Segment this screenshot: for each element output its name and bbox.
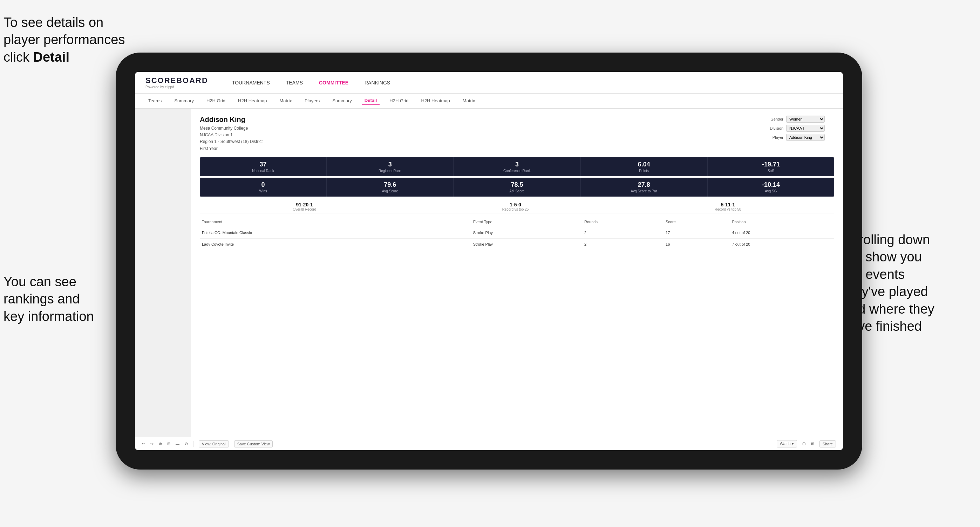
toolbar-icon6[interactable]: ⊞ (811, 441, 814, 446)
subnav-matrix[interactable]: Matrix (277, 97, 294, 105)
stat-national-rank: 37 National Rank (200, 157, 327, 176)
player-name: Addison King (200, 116, 262, 124)
toolbar-icon1[interactable]: ⊕ (159, 441, 162, 446)
nav-item-tournaments[interactable]: TOURNAMENTS (229, 78, 273, 87)
nav-items: TOURNAMENTS TEAMS COMMITTEE RANKINGS (229, 78, 393, 87)
watch-button[interactable]: Watch ▾ (777, 440, 797, 448)
stat-value-sos: -19.71 (710, 161, 832, 168)
score-2: 16 (663, 238, 730, 250)
player-year: First Year (200, 145, 262, 152)
position-2: 7 out of 20 (730, 238, 834, 250)
subnav-summary2[interactable]: Summary (329, 97, 355, 105)
annotation-right: Scrolling down will show you the events … (843, 231, 977, 335)
top-nav: SCOREBOARD Powered by clippd TOURNAMENTS… (135, 72, 843, 94)
toolbar-icon5[interactable]: ⬡ (802, 441, 806, 446)
logo-sub: Powered by clippd (145, 85, 208, 89)
center-panel: Addison King Mesa Community College NJCA… (191, 109, 843, 437)
gender-label: Gender (764, 117, 783, 121)
main-content: Addison King Mesa Community College NJCA… (135, 109, 843, 437)
tablet: SCOREBOARD Powered by clippd TOURNAMENTS… (116, 52, 862, 470)
record-top50-value: 5-11-1 (715, 202, 741, 208)
toolbar-undo[interactable]: ↩ (142, 441, 145, 446)
stat-avg-score-par: 27.8 Avg Score to Par (581, 178, 708, 197)
table-header-row: Tournament Event Type Rounds Score Posit… (200, 217, 834, 227)
subnav-matrix2[interactable]: Matrix (460, 97, 478, 105)
subnav-detail[interactable]: Detail (362, 96, 380, 105)
stat-label-sos: SoS (710, 169, 832, 173)
stat-value-regional: 3 (328, 161, 452, 168)
division-select[interactable]: NJCAA I (786, 125, 825, 132)
logo-text: SCOREBOARD (145, 76, 208, 85)
nav-item-rankings[interactable]: RANKINGS (362, 78, 393, 87)
stat-label-regional: Regional Rank (328, 169, 452, 173)
player-header: Addison King Mesa Community College NJCA… (200, 116, 834, 152)
nav-item-committee[interactable]: COMMITTEE (316, 78, 351, 87)
annotation-bottom-left: You can see rankings and key information (3, 273, 126, 325)
record-top50-label: Record vs top 50 (715, 208, 741, 211)
rounds-2: 2 (582, 238, 663, 250)
annotation-top-left: To see details on player performances cl… (3, 14, 133, 66)
toolbar-sep (193, 441, 194, 447)
app-content: SCOREBOARD Powered by clippd TOURNAMENTS… (135, 72, 843, 450)
record-top25-label: Record vs top 25 (502, 208, 529, 211)
stat-sos: -19.71 SoS (708, 157, 834, 176)
toolbar-icon3[interactable]: — (176, 442, 180, 446)
subnav-h2h-grid2[interactable]: H2H Grid (387, 97, 411, 105)
stat-value-conference: 3 (455, 161, 578, 168)
stat-regional-rank: 3 Regional Rank (327, 157, 453, 176)
save-custom-view-button[interactable]: Save Custom View (234, 440, 273, 448)
th-position: Position (730, 217, 834, 227)
stat-adj-score: 78.5 Adj Score (453, 178, 581, 197)
rounds-1: 2 (582, 227, 663, 238)
subnav-h2h-grid[interactable]: H2H Grid (204, 97, 228, 105)
subnav-summary[interactable]: Summary (172, 97, 197, 105)
record-top50: 5-11-1 Record vs top 50 (715, 202, 741, 211)
stat-avg-score: 79.6 Avg Score (327, 178, 453, 197)
table-row[interactable]: Estella CC- Mountain Classic Stroke Play… (200, 227, 834, 238)
subnav-h2h-heatmap2[interactable]: H2H Heatmap (418, 97, 452, 105)
stat-wins: 0 Wins (200, 178, 327, 197)
stat-avg-sg: -10.14 Avg SG (708, 178, 834, 197)
player-controls: Gender Women Division NJCAA I (764, 116, 834, 141)
nav-item-teams[interactable]: TEAMS (283, 78, 305, 87)
th-empty (452, 217, 471, 227)
record-overall-value: 91-20-1 (293, 202, 316, 208)
left-sidebar (135, 109, 191, 437)
division-label: Division (764, 126, 783, 130)
gender-select[interactable]: Women (786, 116, 825, 123)
stat-value-avg-score-par: 27.8 (582, 181, 706, 189)
division-control: Division NJCAA I (764, 125, 834, 132)
toolbar-icon4[interactable]: ⊙ (185, 441, 188, 446)
tournament-table: Tournament Event Type Rounds Score Posit… (200, 217, 834, 250)
view-original-button[interactable]: View: Original (199, 440, 229, 448)
toolbar-redo[interactable]: ↪ (150, 441, 154, 446)
record-overall-label: Overall Record (293, 208, 316, 211)
bottom-toolbar: ↩ ↪ ⊕ ⊞ — ⊙ View: Original Save Custom V… (135, 437, 843, 450)
share-button[interactable]: Share (819, 440, 836, 448)
stat-label-wins: Wins (202, 189, 325, 193)
player-control: Player Addison King (764, 134, 834, 141)
table-row[interactable]: Lady Coyote Invite Stroke Play 2 16 7 ou… (200, 238, 834, 250)
score-1: 17 (663, 227, 730, 238)
tournament-name-1: Estella CC- Mountain Classic (200, 227, 452, 238)
stat-value-wins: 0 (202, 181, 325, 189)
stat-label-avg-score-par: Avg Score to Par (582, 189, 706, 193)
stats-row-1: 37 National Rank 3 Regional Rank 3 Confe… (200, 157, 834, 176)
player-school: Mesa Community College (200, 125, 262, 132)
subnav-players[interactable]: Players (302, 97, 323, 105)
stat-label-adj-score: Adj Score (455, 189, 578, 193)
stat-value-points: 6.04 (582, 161, 706, 168)
stat-points: 6.04 Points (581, 157, 708, 176)
subnav-teams[interactable]: Teams (145, 97, 164, 105)
stat-label-conference: Conference Rank (455, 169, 578, 173)
gender-control: Gender Women (764, 116, 834, 123)
player-info: Addison King Mesa Community College NJCA… (200, 116, 262, 152)
player-select[interactable]: Addison King (786, 134, 825, 141)
sub-nav: Teams Summary H2H Grid H2H Heatmap Matri… (135, 94, 843, 109)
subnav-h2h-heatmap[interactable]: H2H Heatmap (235, 97, 269, 105)
logo-area: SCOREBOARD Powered by clippd (145, 76, 208, 89)
stat-value-national: 37 (202, 161, 325, 168)
toolbar-icon2[interactable]: ⊞ (167, 441, 170, 446)
stat-value-avg-sg: -10.14 (710, 181, 832, 189)
tournament-empty-2 (452, 238, 471, 250)
